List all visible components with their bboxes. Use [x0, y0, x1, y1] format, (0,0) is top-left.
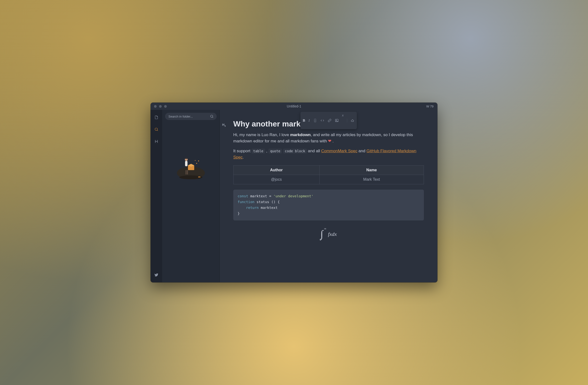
svg-point-11 [195, 160, 196, 161]
italic-button[interactable]: I [309, 119, 310, 123]
eraser-icon [351, 119, 355, 122]
image-icon [335, 119, 338, 122]
format-toolbar: B I x [300, 112, 357, 129]
table-header[interactable]: Author [233, 165, 319, 175]
search-input[interactable] [168, 114, 210, 119]
search-icon [210, 114, 214, 118]
files-tab[interactable] [154, 115, 159, 121]
editor-area: B I x H3 Why another markdown editor? Hi… [220, 110, 437, 282]
svg-rect-12 [198, 177, 201, 177]
table[interactable]: Author Name @jocs Mark Text [233, 165, 424, 184]
table-cell[interactable]: Mark Text [319, 175, 424, 184]
table-cell[interactable]: @jocs [233, 175, 319, 184]
inline-code: table [252, 149, 265, 153]
link-commonmark[interactable]: CommonMark Spec [321, 149, 357, 153]
svg-point-10 [198, 161, 199, 162]
math-body: fxdx [328, 231, 337, 237]
math-button[interactable]: x [342, 113, 344, 128]
clear-format-button[interactable] [351, 119, 355, 122]
heart-icon: ❤ [328, 139, 331, 143]
link-button[interactable] [328, 119, 331, 122]
toolbar-separator [347, 119, 347, 122]
bold-button[interactable]: B [303, 119, 305, 123]
math-block[interactable]: ∫0∞ fxdx [233, 227, 424, 241]
inline-code: quote [269, 149, 282, 153]
activity-bar [151, 110, 162, 282]
titlebar: Untitled-1 W 79 [151, 103, 437, 110]
svg-point-1 [211, 115, 213, 117]
svg-point-0 [155, 128, 158, 131]
paragraph-2[interactable]: It support table , quote code block and … [233, 148, 424, 161]
strikethrough-icon [313, 119, 317, 122]
editor-content[interactable]: H3 Why another markdown editor? Hi, my n… [220, 110, 437, 282]
twitter-icon [154, 273, 159, 277]
integral-lower: 0 [320, 238, 321, 241]
code-button[interactable] [320, 119, 324, 122]
headings-tab[interactable] [154, 139, 159, 144]
heading-icon [154, 139, 159, 143]
code-block[interactable]: const marktext = 'under development' fun… [233, 190, 424, 221]
table-header[interactable]: Name [319, 165, 424, 175]
folder-search[interactable] [165, 113, 217, 120]
svg-rect-8 [187, 170, 188, 174]
svg-rect-7 [186, 170, 187, 174]
svg-rect-5 [185, 161, 188, 166]
search-tab[interactable] [154, 127, 159, 133]
document-title: Untitled-1 [151, 104, 437, 108]
app-window: Untitled-1 W 79 [151, 103, 437, 282]
svg-point-9 [196, 163, 197, 164]
table-row[interactable]: @jocs Mark Text [233, 175, 424, 184]
file-icon [154, 115, 159, 120]
search-icon [154, 127, 159, 132]
link-icon [328, 119, 331, 122]
share-twitter[interactable] [154, 273, 159, 278]
side-panel [162, 110, 220, 282]
code-icon [320, 119, 324, 122]
heading-level-badge: H3 [222, 123, 226, 127]
paragraph-1[interactable]: Hi, my name is Luo Ran, I love markdown,… [233, 132, 424, 144]
strike-button[interactable] [313, 119, 317, 122]
bold-text: markdown [290, 133, 311, 137]
word-count: W 79 [426, 104, 434, 108]
empty-results-illustration [162, 120, 220, 282]
integral-upper: ∞ [324, 227, 326, 230]
image-button[interactable] [335, 119, 338, 122]
svg-point-14 [336, 120, 337, 121]
inline-code: code block [283, 149, 307, 153]
